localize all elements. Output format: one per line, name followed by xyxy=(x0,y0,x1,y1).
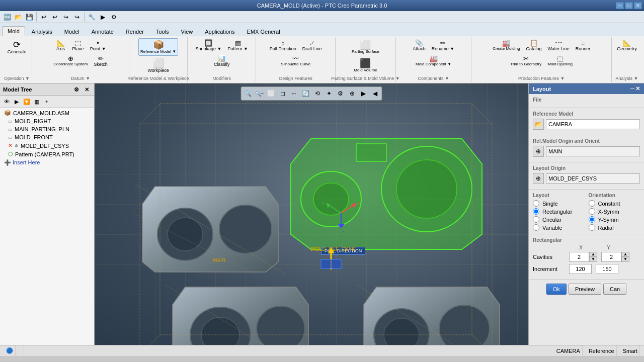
tab-tools[interactable]: Tools xyxy=(150,27,175,36)
maximize-btn[interactable]: □ xyxy=(625,2,633,9)
run-btn[interactable]: ▶ xyxy=(98,12,108,22)
config-btn[interactable]: ⚙ xyxy=(109,12,119,22)
layout-origin-input[interactable] xyxy=(546,173,640,184)
tree-close-btn[interactable]: ✕ xyxy=(82,85,91,94)
panel-minimize-btn[interactable]: ─ xyxy=(630,85,634,92)
create-molding-btn[interactable]: 🏭 Create Molding xyxy=(490,38,522,53)
crosshair-btn[interactable]: ⊕ xyxy=(347,88,358,99)
viewport[interactable]: 🔍 🔍− ⬜ ◻ ↔ 🔄 ⟲ ✦ ⚙ ⊕ ▶ ◀ xyxy=(95,83,528,345)
redo-btn[interactable]: ↪ xyxy=(61,12,71,22)
tree-item-insert-here[interactable]: ➕ Insert Here xyxy=(0,158,94,167)
back-btn[interactable]: ◀ xyxy=(370,88,381,99)
draft-line-btn[interactable]: ⟋ Draft Line xyxy=(300,38,325,53)
panel-close-btn[interactable]: ✕ xyxy=(635,85,640,92)
mold-component-btn[interactable]: 🏭 Mold Component ▼ xyxy=(413,54,454,68)
pattern-btn[interactable]: ▦ Pattern ▼ xyxy=(225,38,250,53)
mold-volume-btn[interactable]: ⬛ Mold Volume xyxy=(352,57,379,74)
tree-item-mold-def-csys[interactable]: ✕ ⊕ MOLD_DEF_CSYS xyxy=(0,141,94,150)
zoom-window-btn[interactable]: ◻ xyxy=(277,88,288,99)
tree-item-main-parting-pln[interactable]: ▭ MAIN_PARTING_PLN xyxy=(0,125,94,133)
orient-ysymm-radio[interactable] xyxy=(589,216,595,223)
redo2-btn[interactable]: ↪ xyxy=(72,12,82,22)
increment-y-input[interactable] xyxy=(596,264,618,274)
reference-model-btn[interactable]: 📦 Reference Model ▼ xyxy=(138,38,178,56)
pan-btn[interactable]: ↔ xyxy=(289,88,300,99)
sketch-btn[interactable]: ✏ Sketch xyxy=(91,54,110,68)
ref-model-input[interactable] xyxy=(546,119,640,129)
silhouette-curve-btn[interactable]: 〰 Silhouette Curve xyxy=(278,54,313,68)
water-line-btn[interactable]: 〰 Water Line xyxy=(545,38,572,53)
tab-analysis[interactable]: Analysis xyxy=(26,27,58,36)
open-btn[interactable]: 📂 xyxy=(13,12,23,22)
tree-columns-btn[interactable]: ▦ xyxy=(32,97,41,106)
orient-radial-radio[interactable] xyxy=(589,224,595,231)
save-btn[interactable]: 💾 xyxy=(24,12,34,22)
tree-item-pattern-camera[interactable]: ⬡ Pattern (CAMERA.PRT) xyxy=(0,150,94,158)
ref-model-origin-btn[interactable]: ⊕ xyxy=(533,146,544,157)
tab-render[interactable]: Render xyxy=(120,27,149,36)
geometry-btn[interactable]: 📐 Geometry xyxy=(614,38,639,53)
parting-surface-btn[interactable]: ⬜ Parting Surface xyxy=(350,38,381,56)
spin-btn[interactable]: ⟲ xyxy=(312,88,323,99)
tree-filter-btn[interactable]: 🔽 xyxy=(22,97,31,106)
new-btn[interactable]: 🆕 xyxy=(2,12,12,22)
pull-direction-btn[interactable]: ↕ Pull Direction xyxy=(267,38,299,53)
cavities-y-up-btn[interactable]: ▲ xyxy=(621,252,629,257)
play-btn[interactable]: ▶ xyxy=(358,88,369,99)
ref-model-browse-btn[interactable]: 📂 xyxy=(533,119,544,130)
tree-settings-btn[interactable]: ⚙ xyxy=(72,85,81,94)
plane-btn[interactable]: ⬚ Plane xyxy=(70,38,87,53)
zoom-fit-btn[interactable]: ⬜ xyxy=(266,88,277,99)
tab-view[interactable]: View xyxy=(176,27,199,36)
coord-sys-btn[interactable]: ⊕ Coordinate System xyxy=(51,54,90,68)
preview-button[interactable]: Preview xyxy=(569,284,601,295)
catalog-btn[interactable]: 📋 Catalog xyxy=(523,38,544,53)
view3d-btn[interactable]: ✦ xyxy=(324,88,335,99)
shrinkage-btn[interactable]: 🔲 Shrinkage ▼ xyxy=(193,38,224,53)
increment-x-input[interactable] xyxy=(569,264,592,274)
tree-add-btn[interactable]: + xyxy=(42,97,51,106)
layout-circular-radio[interactable] xyxy=(533,216,539,223)
attach-btn[interactable]: 📎 Attach xyxy=(410,38,428,53)
cavities-x-input[interactable] xyxy=(569,252,589,262)
orient-xsymm-radio[interactable] xyxy=(589,208,595,215)
layout-origin-btn[interactable]: ⊕ xyxy=(533,173,544,184)
trim-geometry-btn[interactable]: ✂ Trim to Geometry xyxy=(508,54,544,68)
rotate-btn[interactable]: 🔄 xyxy=(300,88,311,99)
workpiece-btn[interactable]: ⬜ Workpiece xyxy=(145,57,171,75)
cavities-y-input[interactable] xyxy=(601,252,621,262)
cavities-x-down-btn[interactable]: ▼ xyxy=(589,257,597,262)
rename-btn[interactable]: ✏ Rename ▼ xyxy=(429,38,457,53)
tree-show-hide-btn[interactable]: 👁 xyxy=(2,97,11,106)
tab-annotate[interactable]: Annotate xyxy=(86,27,119,36)
layout-variable-radio[interactable] xyxy=(533,224,539,231)
ref-model-origin-input[interactable] xyxy=(546,146,640,156)
ok-button[interactable]: Ok xyxy=(546,284,567,295)
tab-mold[interactable]: Mold xyxy=(2,26,25,36)
mold-opening-btn[interactable]: ⬚ Mold Opening xyxy=(545,54,575,68)
minimize-btn[interactable]: ─ xyxy=(616,2,624,9)
tab-model[interactable]: Model xyxy=(59,27,85,36)
tree-expand-btn[interactable]: ▶ xyxy=(12,97,21,106)
layout-rectangular-radio[interactable] xyxy=(533,208,539,215)
tree-item-mold-front[interactable]: ▭ MOLD_FRONT xyxy=(0,133,94,141)
layout-single-radio[interactable] xyxy=(533,200,539,207)
zoom-out-btn[interactable]: 🔍− xyxy=(254,88,265,99)
runner-btn[interactable]: ≡ Runner xyxy=(573,38,593,53)
close-btn[interactable]: ✕ xyxy=(634,2,642,9)
point-btn[interactable]: • Point ▼ xyxy=(88,38,109,53)
settings2-btn[interactable]: ⚙ xyxy=(335,88,346,99)
tab-applications[interactable]: Applications xyxy=(199,27,240,36)
cavities-x-up-btn[interactable]: ▲ xyxy=(589,252,597,257)
cavities-y-down-btn[interactable]: ▼ xyxy=(621,257,629,262)
tree-item-camera-mold-asm[interactable]: 📦 CAMERA_MOLD.ASM xyxy=(0,109,94,117)
tree-item-mold-right[interactable]: ▭ MOLD_RIGHT xyxy=(0,117,94,125)
cancel-button[interactable]: Can xyxy=(603,284,626,295)
axis-btn[interactable]: 📐 Axis xyxy=(53,38,69,53)
zoom-in-btn[interactable]: 🔍 xyxy=(243,88,254,99)
classify-btn[interactable]: 📊 Classify xyxy=(211,54,232,68)
settings-btn[interactable]: 🔧 xyxy=(87,12,97,22)
orient-constant-radio[interactable] xyxy=(589,200,595,207)
undo-btn[interactable]: ↩ xyxy=(39,12,49,22)
undo2-btn[interactable]: ↩ xyxy=(50,12,60,22)
